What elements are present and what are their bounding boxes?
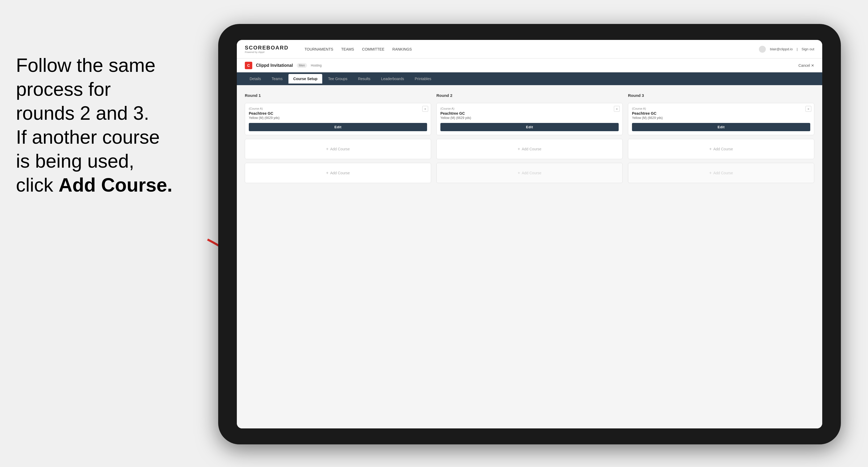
tab-teams[interactable]: Teams — [267, 74, 287, 84]
instruction-line2: process for — [16, 79, 111, 100]
round-3-course-name: Peachtree GC — [632, 111, 810, 116]
round-3-add-course-2: + Add Course — [628, 163, 814, 183]
round-2-plus-icon-1: + — [518, 147, 520, 151]
tab-details[interactable]: Details — [245, 74, 266, 84]
round-2-course-label: (Course A) — [440, 107, 619, 110]
round-2-course-detail: Yellow (M) (6629 yds) — [440, 116, 619, 120]
nav-right: blair@clippd.io | Sign out — [759, 46, 814, 53]
round-3-edit-button[interactable]: Edit — [632, 123, 810, 131]
round-1-delete-icon[interactable]: × — [422, 106, 428, 112]
tab-bar: Details Teams Course Setup Tee Groups Re… — [237, 72, 822, 85]
instruction-line1: Follow the same — [16, 55, 155, 76]
instruction-line4: If another course — [16, 126, 160, 148]
nav-links: TOURNAMENTS TEAMS COMMITTEE RANKINGS — [304, 46, 412, 53]
round-2-add-label-1: Add Course — [522, 147, 541, 151]
round-3-delete-icon[interactable]: × — [805, 106, 811, 112]
round-1-add-label-1: Add Course — [330, 147, 350, 151]
tab-results[interactable]: Results — [353, 74, 375, 84]
cancel-button[interactable]: Cancel ✕ — [799, 63, 814, 68]
hosting-badge: Hosting — [311, 64, 322, 67]
logo-main: SCOREBOARD — [245, 45, 288, 51]
round-1-column: Round 1 × (Course A) Peachtree GC Yellow… — [245, 93, 431, 183]
round-2-plus-icon-2: + — [518, 170, 520, 175]
tournament-left: C Clippd Invitational Men Hosting — [245, 62, 322, 69]
round-3-title: Round 3 — [628, 93, 814, 98]
round-2-course-card: × (Course A) Peachtree GC Yellow (M) (66… — [436, 103, 623, 135]
instruction-text: Follow the same process for rounds 2 and… — [0, 42, 194, 208]
nav-tournaments[interactable]: TOURNAMENTS — [304, 46, 333, 53]
main-content: Round 1 × (Course A) Peachtree GC Yellow… — [237, 85, 822, 428]
round-1-title: Round 1 — [245, 93, 431, 98]
tablet-frame: SCOREBOARD Powered by clippd TOURNAMENTS… — [218, 24, 841, 444]
round-3-add-label-2: Add Course — [713, 171, 733, 175]
round-2-course-name: Peachtree GC — [440, 111, 619, 116]
top-nav: SCOREBOARD Powered by clippd TOURNAMENTS… — [237, 40, 822, 59]
round-3-course-label: (Course A) — [632, 107, 810, 110]
round-2-column: Round 2 × (Course A) Peachtree GC Yellow… — [436, 93, 623, 183]
instruction-line6: click — [16, 174, 59, 195]
round-1-edit-button[interactable]: Edit — [249, 123, 427, 131]
round-3-course-detail: Yellow (M) (6629 yds) — [632, 116, 810, 120]
tournament-name: Clippd Invitational — [256, 63, 293, 68]
round-1-course-detail: Yellow (M) (6629 yds) — [249, 116, 427, 120]
round-3-plus-icon-1: + — [709, 147, 712, 151]
round-2-add-course-2: + Add Course — [436, 163, 623, 183]
nav-rankings[interactable]: RANKINGS — [393, 46, 412, 53]
round-1-course-card: × (Course A) Peachtree GC Yellow (M) (66… — [245, 103, 431, 135]
round-3-add-course-1[interactable]: + Add Course — [628, 139, 814, 159]
user-email: blair@clippd.io — [770, 47, 793, 51]
avatar — [759, 46, 766, 53]
scoreboard-logo: SCOREBOARD Powered by clippd — [245, 45, 288, 54]
round-1-add-label-2: Add Course — [330, 171, 350, 175]
instruction-line5: is being used, — [16, 150, 134, 172]
tab-printables[interactable]: Printables — [410, 74, 436, 84]
round-3-column: Round 3 × (Course A) Peachtree GC Yellow… — [628, 93, 814, 183]
round-2-title: Round 2 — [436, 93, 623, 98]
rounds-grid: Round 1 × (Course A) Peachtree GC Yellow… — [245, 93, 814, 183]
tab-leaderboards[interactable]: Leaderboards — [376, 74, 409, 84]
round-2-add-label-2: Add Course — [522, 171, 541, 175]
round-3-plus-icon-2: + — [709, 170, 712, 175]
logo-sub: Powered by clippd — [245, 51, 288, 54]
round-3-add-label-1: Add Course — [713, 147, 733, 151]
round-1-add-course-1[interactable]: + Add Course — [245, 139, 431, 159]
round-1-course-label: (Course A) — [249, 107, 427, 110]
nav-separator: | — [797, 47, 798, 51]
nav-committee[interactable]: COMMITTEE — [362, 46, 384, 53]
instruction-line3: rounds 2 and 3. — [16, 102, 149, 124]
nav-left: SCOREBOARD Powered by clippd TOURNAMENTS… — [245, 45, 412, 54]
sign-out-link[interactable]: Sign out — [802, 47, 814, 51]
gender-badge: Men — [297, 63, 307, 68]
nav-teams[interactable]: TEAMS — [341, 46, 354, 53]
round-1-add-course-2[interactable]: + Add Course — [245, 163, 431, 183]
tablet-screen: SCOREBOARD Powered by clippd TOURNAMENTS… — [237, 40, 822, 428]
instruction-bold: Add Course. — [59, 174, 173, 195]
round-3-course-card: × (Course A) Peachtree GC Yellow (M) (66… — [628, 103, 814, 135]
tournament-logo: C — [245, 62, 252, 69]
round-2-edit-button[interactable]: Edit — [440, 123, 619, 131]
tab-tee-groups[interactable]: Tee Groups — [323, 74, 352, 84]
tournament-bar: C Clippd Invitational Men Hosting Cancel… — [237, 59, 822, 72]
round-2-add-course-1[interactable]: + Add Course — [436, 139, 623, 159]
tab-course-setup[interactable]: Course Setup — [288, 74, 322, 84]
round-1-course-name: Peachtree GC — [249, 111, 427, 116]
round-1-plus-icon-2: + — [326, 170, 328, 175]
round-1-plus-icon-1: + — [326, 147, 328, 151]
round-2-delete-icon[interactable]: × — [614, 106, 620, 112]
